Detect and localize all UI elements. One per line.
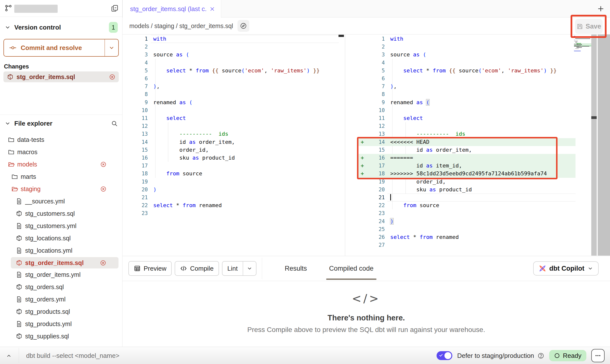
line-number: 4 [358,59,385,67]
new-tab-button[interactable] [597,5,605,13]
tab-stg-order-items[interactable]: stg_order_items.sql (last c... [122,0,221,18]
code-line: 20 sku as product_id [358,186,576,194]
doc-icon [16,198,22,205]
file-row[interactable]: stg_products.sql [0,305,122,318]
editor-scrollbar[interactable] [591,34,597,256]
code-line: 14 id as order_item, [122,138,339,146]
line-number: 3 [358,51,385,59]
file-name: data-tests [17,136,44,143]
line-number: 2 [358,43,385,51]
command-input[interactable]: dbt build --select <model_name> [26,347,119,364]
diff-editor: 1with23source as (45 select * from {{ so… [122,34,610,256]
code-line: 13 ---------- ids [122,130,339,138]
compile-label: Compile [190,265,213,272]
file-row[interactable]: stg_locations.sql [0,232,122,244]
code-line: 19 order_id, [358,178,576,186]
changed-file-row[interactable]: stg_order_items.sql [3,71,119,82]
defer-toggle[interactable] [437,351,452,360]
sidebar: Version control 1 Commit and resolve Cha… [0,0,122,347]
file-name: stg_orders.sql [25,283,64,291]
code-line: 10 [122,106,339,114]
file-explorer-title: File explorer [14,120,52,127]
code-line: 7), [122,83,339,90]
file-row[interactable]: stg_order_items.sql [11,257,119,268]
save-button[interactable]: Save [575,19,603,34]
doc-icon [16,271,22,278]
code-line: 6 [358,75,576,83]
left-pane-scrollbar-thumb[interactable] [339,35,344,37]
commit-options-caret[interactable] [105,39,118,56]
preview-button[interactable]: Preview [128,261,172,276]
file-row[interactable]: stg_orders.yml [0,293,122,305]
line-number: 7 [122,83,148,90]
code-line: 24) [358,217,576,225]
lint-options-caret[interactable] [243,262,256,275]
file-row[interactable]: stg_customers.yml [0,220,122,232]
lint-split-button[interactable]: Lint [222,261,256,276]
dbt-copilot-button[interactable]: dbt Copilot [533,261,599,276]
search-icon[interactable] [111,120,118,127]
branch-name-redacted [14,5,58,13]
file-row[interactable]: staging [0,183,122,195]
line-number: 18 [122,170,148,178]
file-row[interactable]: stg_order_items.yml [0,268,122,281]
file-name: stg_orders.yml [25,296,66,303]
file-row[interactable]: stg_supplies.sql [0,330,122,342]
code-line: 13 ---------- ids [358,130,576,138]
line-number: 17 [122,162,148,170]
file-explorer-header[interactable]: File explorer [0,118,122,129]
line-number: 22 [122,201,148,209]
tab-results[interactable]: Results [285,256,307,281]
line-number: 26 [358,233,385,241]
tab-compiled-code[interactable]: Compiled code [329,256,373,281]
line-number: 27 [358,241,385,249]
file-row[interactable]: marts [0,170,122,183]
discard-change-icon[interactable] [100,161,106,167]
folder-icon [8,136,15,143]
line-number: 17 [358,162,385,170]
code-pane-right[interactable]: 1with23source as (45 select * from {{ so… [358,35,576,256]
discard-change-icon[interactable] [100,260,106,266]
file-row[interactable]: models [0,158,122,170]
more-options-button[interactable] [591,349,605,362]
chevron-down-icon [4,120,11,127]
file-row[interactable]: stg_orders.sql [0,281,122,293]
file-row[interactable]: data-tests [0,133,122,146]
discard-change-icon[interactable] [109,74,115,80]
editor-tab-bar: stg_order_items.sql (last c... [122,0,610,17]
copy-icon[interactable] [111,4,119,12]
version-control-header[interactable]: Version control 1 [0,22,122,33]
code-line: 2 [358,43,576,51]
file-row[interactable]: macros [0,146,122,158]
line-number: 10 [358,106,385,114]
file-tree: data-testsmacrosmodelsmartsstaging__sour… [0,133,122,347]
lineage-compass-button[interactable] [237,20,249,32]
file-row[interactable]: stg_products.yml [0,318,122,330]
file-row[interactable]: stg_customers.sql [0,207,122,220]
code-pane-left[interactable]: 1with23source as (45 select * from {{ so… [122,35,339,256]
line-number: 5 [122,67,148,75]
window-scrollbar[interactable] [598,34,610,256]
commit-and-resolve-button[interactable]: Commit and resolve [3,39,119,57]
file-row[interactable]: __sources.yml [0,195,122,207]
code-line: 22 from source [358,201,576,209]
tab-close-icon[interactable] [209,6,215,12]
expand-command-bar-icon[interactable] [6,353,12,359]
line-number: 1 [358,35,385,43]
code-line: 12 [358,122,576,130]
file-row[interactable]: stg_locations.yml [0,244,122,257]
compile-button[interactable]: Compile [175,261,219,276]
line-number: 23 [122,209,148,217]
pane-divider[interactable] [345,34,345,256]
help-icon[interactable] [538,352,544,359]
line-number: 13 [122,130,148,138]
file-name: models [17,161,37,168]
discard-change-icon[interactable] [100,186,106,192]
editor-scrollbar-thumb[interactable] [591,116,597,119]
file-name: staging [21,185,41,193]
line-number: 4 [122,59,148,67]
line-number: 19 [122,178,148,186]
model-file-icon [7,74,14,80]
status-badge[interactable]: Ready [549,350,586,361]
line-number: 6 [358,75,385,83]
